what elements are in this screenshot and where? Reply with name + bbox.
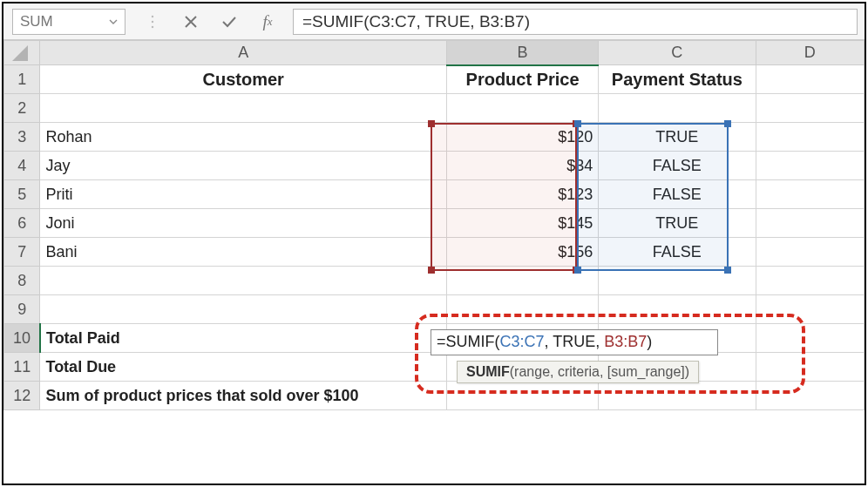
row-header[interactable]: 8 [4,267,40,295]
select-all-corner[interactable] [4,41,40,65]
formula-bar-icons: fx [131,12,289,31]
cell-D3[interactable] [756,123,864,152]
cell-C3[interactable]: TRUE [599,123,756,152]
formula-arg2: B3:B7 [604,333,647,350]
cell-C12[interactable] [599,382,756,410]
col-header-B[interactable]: B [447,41,599,65]
cell-C8[interactable] [599,267,756,295]
cell-B12[interactable] [447,382,599,410]
cell-B8[interactable] [447,267,599,295]
fx-icon[interactable]: fx [258,12,277,31]
cell-D5[interactable] [756,180,864,209]
name-box-value: SUM [20,13,53,30]
name-box[interactable]: SUM [12,9,125,35]
row-header[interactable]: 1 [4,65,40,94]
cell-D11[interactable] [756,353,864,382]
cell-C9[interactable] [599,295,756,324]
formula-suffix: ) [647,333,652,350]
cell-D4[interactable] [756,152,864,180]
cell-C4[interactable]: FALSE [599,152,756,180]
active-cell-editor[interactable]: =SUMIF(C3:C7, TRUE, B3:B7) [431,329,718,355]
cell-B4[interactable]: $34 [447,152,599,180]
col-header-A[interactable]: A [40,41,447,65]
spreadsheet-grid[interactable]: A B C D 1 Customer Product Price Payment… [3,40,865,410]
row-header[interactable]: 11 [4,353,40,382]
cell-A9[interactable] [40,295,447,324]
cell-B5[interactable]: $123 [447,180,599,209]
dots-icon [143,12,162,31]
cell-B2[interactable] [447,94,599,123]
svg-point-1 [152,20,153,22]
cell-D6[interactable] [756,209,864,238]
row-header[interactable]: 5 [4,180,40,209]
cell-A11[interactable]: Total Due [40,353,447,382]
cell-D8[interactable] [756,267,864,295]
cell-D12[interactable] [756,382,864,410]
svg-point-2 [152,25,153,27]
cancel-icon[interactable] [181,12,200,31]
cell-B3[interactable]: $120 [447,123,599,152]
cell-B9[interactable] [447,295,599,324]
row-header[interactable]: 9 [4,295,40,324]
row-header[interactable]: 4 [4,152,40,180]
cell-A6[interactable]: Joni [40,209,447,238]
cell-D2[interactable] [756,94,864,123]
cell-D7[interactable] [756,238,864,267]
cell-B6[interactable]: $145 [447,209,599,238]
cell-A4[interactable]: Jay [40,152,447,180]
cell-A7[interactable]: Bani [40,238,447,267]
cell-A12[interactable]: Sum of product prices that sold over $10… [40,382,447,410]
formula-text: =SUMIF(C3:C7, TRUE, B3:B7) [302,12,530,31]
cell-D1[interactable] [756,65,864,94]
cell-C1[interactable]: Payment Status [599,65,756,94]
row-header[interactable]: 2 [4,94,40,123]
svg-point-0 [152,15,153,17]
row-header[interactable]: 7 [4,238,40,267]
formula-prefix: =SUMIF( [437,333,500,350]
chevron-down-icon[interactable] [109,13,118,30]
row-header[interactable]: 6 [4,209,40,238]
cell-A8[interactable] [40,267,447,295]
cell-B7[interactable]: $156 [447,238,599,267]
formula-input[interactable]: =SUMIF(C3:C7, TRUE, B3:B7) [293,9,858,35]
row-header[interactable]: 10 [4,324,40,353]
cell-D9[interactable] [756,295,864,324]
cell-D10[interactable] [756,324,864,353]
formula-arg1: C3:C7 [500,333,545,350]
function-tooltip: SUMIF(range, criteria, [sum_range]) [457,361,699,383]
cell-A10[interactable]: Total Paid [40,324,447,353]
cell-C5[interactable]: FALSE [599,180,756,209]
confirm-icon[interactable] [220,12,239,31]
col-header-D[interactable]: D [756,41,864,65]
formula-bar: SUM fx =SUMIF(C3:C7, TRUE, B3:B7) [3,3,865,40]
row-header[interactable]: 12 [4,382,40,410]
formula-sep: , TRUE, [545,333,605,350]
cell-A5[interactable]: Priti [40,180,447,209]
cell-C7[interactable]: FALSE [599,238,756,267]
cell-A2[interactable] [40,94,447,123]
cell-C2[interactable] [599,94,756,123]
col-header-C[interactable]: C [599,41,756,65]
tooltip-fn-name: SUMIF [466,364,510,379]
cell-B1[interactable]: Product Price [447,65,599,94]
cell-A1[interactable]: Customer [40,65,447,94]
tooltip-fn-sig: (range, criteria, [sum_range]) [510,364,689,379]
cell-C6[interactable]: TRUE [599,209,756,238]
cell-A3[interactable]: Rohan [40,123,447,152]
row-header[interactable]: 3 [4,123,40,152]
